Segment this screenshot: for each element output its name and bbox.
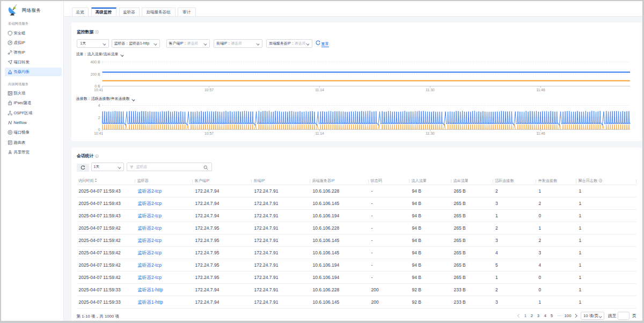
svg-text:0 B: 0 B (94, 84, 100, 88)
svg-text:10:57: 10:57 (204, 88, 213, 92)
svg-text:11:14: 11:14 (315, 131, 324, 135)
svg-text:2: 2 (98, 116, 100, 120)
svg-text:11:30: 11:30 (426, 131, 435, 135)
svg-text:10:41: 10:41 (93, 131, 103, 135)
svg-text:11:30: 11:30 (426, 88, 435, 92)
svg-text:10:41: 10:41 (93, 88, 103, 92)
svg-text:11:46: 11:46 (536, 131, 545, 135)
svg-text:200 B: 200 B (90, 72, 100, 76)
svg-text:11:46: 11:46 (536, 88, 545, 92)
svg-text:400 B: 400 B (90, 60, 100, 64)
svg-text:10:57: 10:57 (204, 131, 213, 135)
svg-text:11:14: 11:14 (315, 88, 324, 92)
svg-text:4: 4 (98, 104, 100, 107)
svg-text:0: 0 (98, 128, 100, 131)
